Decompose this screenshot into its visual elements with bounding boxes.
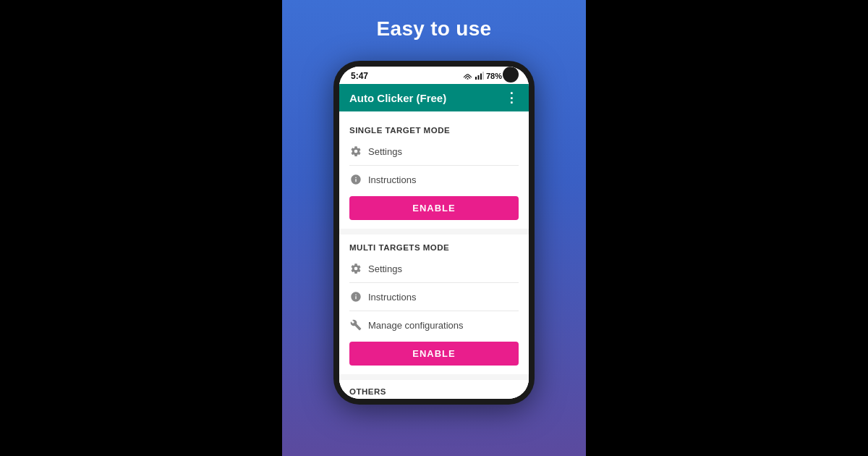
others-title-text: OTHERS: [349, 387, 386, 396]
divider3: [349, 311, 519, 311]
single-target-title: SINGLE TARGET MODE: [349, 126, 519, 135]
single-instructions-label: Instructions: [368, 174, 416, 185]
signal-icon: [475, 72, 484, 81]
black-panel-right: [586, 0, 868, 456]
black-panel-left: [0, 0, 282, 456]
settings-icon: [349, 145, 362, 158]
camera-notch: [503, 67, 519, 83]
single-target-section: SINGLE TARGET MODE Settings: [339, 117, 529, 229]
status-time: 5:47: [351, 71, 368, 81]
page-title: Easy to use: [377, 17, 492, 41]
wifi-icon: [463, 72, 472, 81]
multi-info-icon: [349, 290, 362, 303]
status-bar: 5:47: [339, 67, 529, 84]
multi-instructions-item[interactable]: Instructions: [349, 286, 519, 308]
svg-rect-2: [480, 73, 482, 80]
phone-screen: 5:47: [339, 67, 529, 399]
multi-instructions-label: Instructions: [368, 292, 416, 303]
phone-frame: 5:47: [333, 61, 535, 405]
others-section: OTHERS: [339, 380, 529, 399]
divider2: [349, 282, 519, 283]
multi-settings-item[interactable]: Settings: [349, 258, 519, 279]
svg-rect-1: [477, 75, 479, 80]
multi-enable-button[interactable]: ENABLE: [349, 342, 519, 366]
manage-configurations-item[interactable]: Manage configurations: [349, 314, 519, 336]
single-enable-button[interactable]: ENABLE: [349, 196, 519, 220]
overflow-menu-button[interactable]: ⋮: [505, 91, 519, 104]
battery-text: 78%: [486, 72, 502, 80]
single-settings-label: Settings: [368, 146, 402, 157]
center-panel: Easy to use 5:47: [282, 0, 586, 456]
single-instructions-item[interactable]: Instructions: [349, 169, 519, 190]
divider: [349, 165, 519, 166]
multi-target-section: MULTI TARGETS MODE Settings: [339, 235, 529, 374]
app-bar-title: Auto Clicker (Free): [349, 92, 446, 104]
app-bar: Auto Clicker (Free) ⋮: [339, 84, 529, 111]
svg-rect-0: [475, 77, 477, 80]
multi-settings-icon: [349, 262, 362, 275]
single-settings-item[interactable]: Settings: [349, 140, 519, 162]
wrench-icon: [349, 318, 362, 332]
multi-settings-label: Settings: [368, 263, 402, 274]
info-icon: [349, 173, 362, 186]
multi-target-title: MULTI TARGETS MODE: [349, 243, 519, 252]
app-content: SINGLE TARGET MODE Settings: [339, 117, 529, 399]
svg-rect-3: [482, 72, 484, 80]
manage-configurations-label: Manage configurations: [368, 320, 464, 331]
